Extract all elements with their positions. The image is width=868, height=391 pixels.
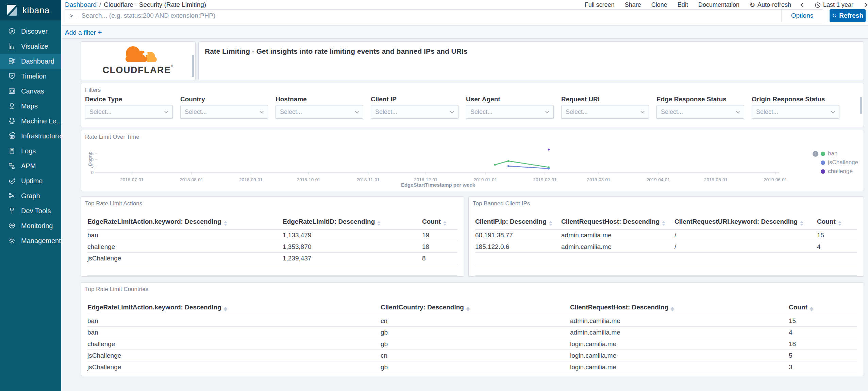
- auto-refresh-button[interactable]: ↻Auto-refresh: [750, 1, 791, 9]
- auto-refresh-icon: ↻: [750, 1, 755, 9]
- refresh-icon: ↻: [832, 12, 837, 19]
- chevron-down-icon: [450, 109, 454, 113]
- svg-text:2018-11-01: 2018-11-01: [356, 177, 380, 182]
- sidebar-item-apm[interactable]: APM: [0, 158, 61, 173]
- column-header[interactable]: ClientRequestHost: Descending: [561, 216, 674, 230]
- origin-response-status-select[interactable]: Select...: [752, 105, 839, 119]
- svg-text:2019-02-01: 2019-02-01: [533, 177, 556, 182]
- sidebar-item-timelion[interactable]: Timelion: [0, 69, 61, 84]
- country-select[interactable]: Select...: [180, 105, 268, 119]
- top-menu: Full screen Share Clone Edit Documentati…: [585, 1, 867, 9]
- sort-icon: [224, 221, 227, 226]
- column-header[interactable]: EdgeRateLimitID: Descending: [283, 216, 422, 230]
- column-header[interactable]: Count: [789, 302, 857, 315]
- column-header[interactable]: EdgeRateLimitAction.keyword: Descending: [87, 302, 381, 315]
- table-row: bancnadmin.camilia.me15: [87, 315, 857, 327]
- device-type-select[interactable]: Select...: [85, 105, 173, 119]
- column-header[interactable]: Count: [422, 216, 457, 230]
- svg-text:2019-05-01: 2019-05-01: [704, 177, 728, 182]
- options-button[interactable]: Options: [781, 10, 823, 22]
- breadcrumb-dashboard-link[interactable]: Dashboard: [65, 1, 97, 8]
- rate-limit-countries-table: EdgeRateLimitAction.keyword: Descending …: [87, 302, 857, 373]
- table-row: challenge1,353,87018: [87, 241, 457, 253]
- chart-legend: ban jsChallenge challenge: [821, 149, 858, 176]
- client-ip-select[interactable]: Select...: [371, 105, 458, 119]
- sidebar-item-management[interactable]: Management: [0, 233, 61, 248]
- svg-text:2018-09-01: 2018-09-01: [239, 177, 263, 182]
- panel-title: Top Banned Client IPs: [473, 200, 530, 207]
- svg-text:2019-01-01: 2019-01-01: [473, 177, 497, 182]
- sidebar-item-dashboard[interactable]: Dashboard: [0, 54, 61, 69]
- cloudflare-cloud-icon: [102, 44, 174, 64]
- sort-icon: [800, 221, 803, 226]
- sidebar-item-graph[interactable]: Graph: [0, 188, 61, 203]
- breadcrumb: Dashboard/Cloudflare - Security (Rate Li…: [65, 1, 206, 8]
- filter-request-uri: Request URI Select...: [561, 96, 649, 119]
- column-header[interactable]: ClientRequestHost: Descending: [570, 302, 789, 315]
- map-pin-icon: [8, 102, 16, 110]
- uptime-icon: [8, 177, 16, 185]
- legend-color-dot: [821, 152, 825, 156]
- scrollbar-thumb[interactable]: [192, 55, 194, 77]
- cloudflare-logo-panel: CLOUDFLARE®: [81, 41, 196, 80]
- panel-title: Filters: [85, 87, 101, 94]
- filter-edge-response-status: Edge Response Status Select...: [656, 96, 744, 119]
- full-screen-button[interactable]: Full screen: [585, 1, 615, 8]
- search-input[interactable]: [81, 12, 781, 19]
- time-picker[interactable]: Last 1 year: [815, 1, 853, 8]
- column-header[interactable]: EdgeRateLimitAction.keyword: Descending: [87, 216, 283, 230]
- sidebar-item-canvas[interactable]: Canvas: [0, 84, 61, 99]
- hostname-select[interactable]: Select...: [276, 105, 363, 119]
- empty-table-row: [87, 264, 457, 276]
- edge-response-status-select[interactable]: Select...: [656, 105, 744, 119]
- legend-item-jschallenge[interactable]: jsChallenge: [821, 158, 858, 167]
- sidebar-item-monitoring[interactable]: Monitoring: [0, 218, 61, 233]
- sidebar-item-uptime[interactable]: Uptime: [0, 173, 61, 188]
- sidebar-item-maps[interactable]: Maps: [0, 99, 61, 114]
- filter-country: Country Select...: [180, 96, 268, 119]
- sidebar-item-machine-learning[interactable]: Machine Le...: [0, 114, 61, 129]
- svg-text:2018-07-01: 2018-07-01: [120, 177, 144, 182]
- bar-chart-icon: [8, 42, 16, 50]
- sidebar-item-logs[interactable]: Logs: [0, 143, 61, 158]
- chevron-down-icon: [260, 109, 263, 113]
- scrollbar-thumb[interactable]: [860, 97, 862, 114]
- sidebar-item-infrastructure[interactable]: Infrastructure: [0, 129, 61, 143]
- filter-bar: Add a filter+: [61, 26, 868, 39]
- column-header[interactable]: Count: [817, 216, 857, 230]
- sidebar-item-discover[interactable]: Discover: [0, 24, 61, 39]
- page-title: Cloudflare - Security (Rate Limiting): [104, 1, 206, 8]
- infrastructure-icon: [8, 132, 16, 140]
- column-header[interactable]: ClientRequestURI.keyword: Descending: [674, 216, 817, 230]
- column-header[interactable]: ClientIP.ip: Descending: [475, 216, 561, 230]
- clone-button[interactable]: Clone: [651, 1, 667, 8]
- sidebar-item-visualize[interactable]: Visualize: [0, 39, 61, 54]
- svg-text:2018-08-01: 2018-08-01: [180, 177, 203, 182]
- share-button[interactable]: Share: [625, 1, 641, 8]
- cloudflare-logo: CLOUDFLARE®: [81, 44, 195, 75]
- refresh-button[interactable]: ↻Refresh: [830, 9, 866, 22]
- request-uri-select[interactable]: Select...: [561, 105, 649, 119]
- legend-color-dot: [821, 169, 825, 174]
- documentation-link[interactable]: Documentation: [698, 1, 739, 8]
- column-header[interactable]: ClientCountry: Descending: [381, 302, 570, 315]
- table-row: challengegblogin.camilia.me18: [87, 338, 857, 350]
- time-back-button[interactable]: [801, 3, 804, 6]
- machine-learning-icon: [8, 117, 16, 125]
- filter-origin-response-status: Origin Response Status Select...: [752, 96, 839, 119]
- clock-icon: [815, 2, 821, 8]
- breadcrumb-separator: /: [99, 1, 101, 8]
- sort-icon: [671, 307, 674, 311]
- edit-button[interactable]: Edit: [678, 1, 688, 8]
- sidebar-item-dev-tools[interactable]: Dev Tools: [0, 203, 61, 218]
- kibana-logo[interactable]: kibana: [0, 0, 61, 20]
- filter-user-agent: User Agent Select...: [466, 96, 554, 119]
- x-axis-label: EdgeStartTimestamp per week: [88, 182, 788, 188]
- markdown-panel: Rate Limiting - Get insights into rate l…: [198, 41, 864, 80]
- legend-item-challenge[interactable]: challenge: [821, 167, 858, 176]
- add-filter-button[interactable]: Add a filter+: [65, 29, 102, 36]
- legend-item-ban[interactable]: ban: [821, 149, 858, 158]
- panel-title: Top Rate Limit Countries: [85, 286, 148, 293]
- time-forward-button[interactable]: [864, 3, 867, 6]
- user-agent-select[interactable]: Select...: [466, 105, 554, 119]
